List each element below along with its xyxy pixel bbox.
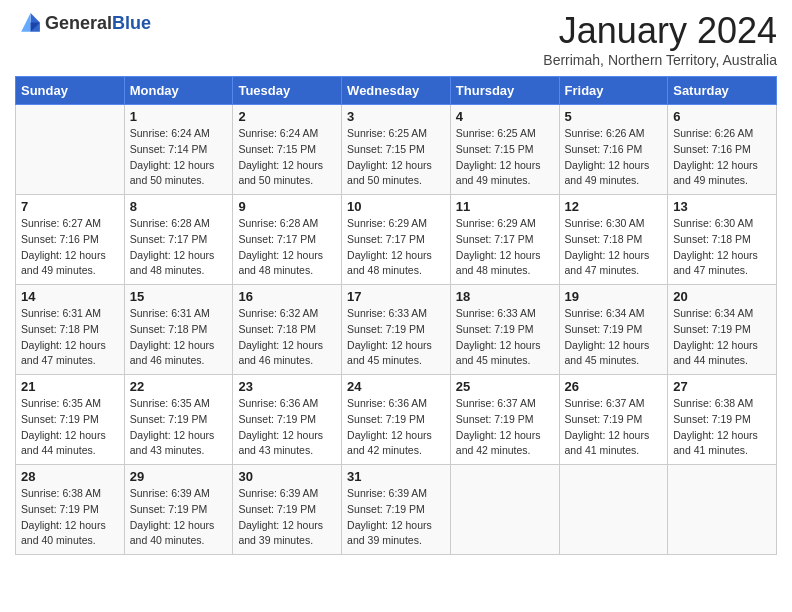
header-cell-tuesday: Tuesday <box>233 77 342 105</box>
day-cell: 3Sunrise: 6:25 AMSunset: 7:15 PMDaylight… <box>342 105 451 195</box>
day-cell: 2Sunrise: 6:24 AMSunset: 7:15 PMDaylight… <box>233 105 342 195</box>
day-number: 27 <box>673 379 771 394</box>
day-cell: 4Sunrise: 6:25 AMSunset: 7:15 PMDaylight… <box>450 105 559 195</box>
day-number: 2 <box>238 109 336 124</box>
day-info: Sunrise: 6:25 AMSunset: 7:15 PMDaylight:… <box>456 126 554 189</box>
day-info: Sunrise: 6:32 AMSunset: 7:18 PMDaylight:… <box>238 306 336 369</box>
day-number: 22 <box>130 379 228 394</box>
month-title: January 2024 <box>543 10 777 52</box>
day-cell: 22Sunrise: 6:35 AMSunset: 7:19 PMDayligh… <box>124 375 233 465</box>
day-cell: 15Sunrise: 6:31 AMSunset: 7:18 PMDayligh… <box>124 285 233 375</box>
day-number: 15 <box>130 289 228 304</box>
day-number: 12 <box>565 199 663 214</box>
day-cell: 10Sunrise: 6:29 AMSunset: 7:17 PMDayligh… <box>342 195 451 285</box>
day-info: Sunrise: 6:35 AMSunset: 7:19 PMDaylight:… <box>21 396 119 459</box>
svg-marker-1 <box>21 13 30 32</box>
day-info: Sunrise: 6:38 AMSunset: 7:19 PMDaylight:… <box>21 486 119 549</box>
day-cell: 6Sunrise: 6:26 AMSunset: 7:16 PMDaylight… <box>668 105 777 195</box>
day-cell: 9Sunrise: 6:28 AMSunset: 7:17 PMDaylight… <box>233 195 342 285</box>
day-number: 7 <box>21 199 119 214</box>
day-number: 24 <box>347 379 445 394</box>
day-info: Sunrise: 6:37 AMSunset: 7:19 PMDaylight:… <box>456 396 554 459</box>
day-number: 10 <box>347 199 445 214</box>
day-number: 30 <box>238 469 336 484</box>
day-cell: 11Sunrise: 6:29 AMSunset: 7:17 PMDayligh… <box>450 195 559 285</box>
week-row-5: 28Sunrise: 6:38 AMSunset: 7:19 PMDayligh… <box>16 465 777 555</box>
calendar-header: SundayMondayTuesdayWednesdayThursdayFrid… <box>16 77 777 105</box>
day-info: Sunrise: 6:30 AMSunset: 7:18 PMDaylight:… <box>673 216 771 279</box>
day-info: Sunrise: 6:24 AMSunset: 7:15 PMDaylight:… <box>238 126 336 189</box>
location-subtitle: Berrimah, Northern Territory, Australia <box>543 52 777 68</box>
day-cell <box>559 465 668 555</box>
day-number: 6 <box>673 109 771 124</box>
day-info: Sunrise: 6:25 AMSunset: 7:15 PMDaylight:… <box>347 126 445 189</box>
day-cell: 19Sunrise: 6:34 AMSunset: 7:19 PMDayligh… <box>559 285 668 375</box>
day-cell: 24Sunrise: 6:36 AMSunset: 7:19 PMDayligh… <box>342 375 451 465</box>
day-info: Sunrise: 6:24 AMSunset: 7:14 PMDaylight:… <box>130 126 228 189</box>
day-cell: 16Sunrise: 6:32 AMSunset: 7:18 PMDayligh… <box>233 285 342 375</box>
day-cell <box>450 465 559 555</box>
day-info: Sunrise: 6:39 AMSunset: 7:19 PMDaylight:… <box>130 486 228 549</box>
calendar-table: SundayMondayTuesdayWednesdayThursdayFrid… <box>15 76 777 555</box>
day-cell: 29Sunrise: 6:39 AMSunset: 7:19 PMDayligh… <box>124 465 233 555</box>
day-info: Sunrise: 6:33 AMSunset: 7:19 PMDaylight:… <box>456 306 554 369</box>
day-number: 31 <box>347 469 445 484</box>
day-info: Sunrise: 6:29 AMSunset: 7:17 PMDaylight:… <box>347 216 445 279</box>
day-cell: 13Sunrise: 6:30 AMSunset: 7:18 PMDayligh… <box>668 195 777 285</box>
day-number: 28 <box>21 469 119 484</box>
day-cell: 26Sunrise: 6:37 AMSunset: 7:19 PMDayligh… <box>559 375 668 465</box>
day-number: 13 <box>673 199 771 214</box>
day-number: 29 <box>130 469 228 484</box>
day-info: Sunrise: 6:33 AMSunset: 7:19 PMDaylight:… <box>347 306 445 369</box>
day-cell: 1Sunrise: 6:24 AMSunset: 7:14 PMDaylight… <box>124 105 233 195</box>
calendar-body: 1Sunrise: 6:24 AMSunset: 7:14 PMDaylight… <box>16 105 777 555</box>
day-number: 4 <box>456 109 554 124</box>
week-row-1: 1Sunrise: 6:24 AMSunset: 7:14 PMDaylight… <box>16 105 777 195</box>
header-cell-friday: Friday <box>559 77 668 105</box>
day-cell: 12Sunrise: 6:30 AMSunset: 7:18 PMDayligh… <box>559 195 668 285</box>
day-info: Sunrise: 6:35 AMSunset: 7:19 PMDaylight:… <box>130 396 228 459</box>
header-cell-monday: Monday <box>124 77 233 105</box>
day-info: Sunrise: 6:26 AMSunset: 7:16 PMDaylight:… <box>565 126 663 189</box>
day-number: 11 <box>456 199 554 214</box>
day-info: Sunrise: 6:28 AMSunset: 7:17 PMDaylight:… <box>130 216 228 279</box>
day-cell: 23Sunrise: 6:36 AMSunset: 7:19 PMDayligh… <box>233 375 342 465</box>
day-info: Sunrise: 6:31 AMSunset: 7:18 PMDaylight:… <box>21 306 119 369</box>
day-cell: 8Sunrise: 6:28 AMSunset: 7:17 PMDaylight… <box>124 195 233 285</box>
day-info: Sunrise: 6:39 AMSunset: 7:19 PMDaylight:… <box>347 486 445 549</box>
day-info: Sunrise: 6:26 AMSunset: 7:16 PMDaylight:… <box>673 126 771 189</box>
day-cell <box>16 105 125 195</box>
day-cell: 28Sunrise: 6:38 AMSunset: 7:19 PMDayligh… <box>16 465 125 555</box>
day-number: 3 <box>347 109 445 124</box>
day-info: Sunrise: 6:34 AMSunset: 7:19 PMDaylight:… <box>673 306 771 369</box>
day-number: 20 <box>673 289 771 304</box>
day-number: 21 <box>21 379 119 394</box>
day-info: Sunrise: 6:30 AMSunset: 7:18 PMDaylight:… <box>565 216 663 279</box>
day-number: 5 <box>565 109 663 124</box>
day-cell: 27Sunrise: 6:38 AMSunset: 7:19 PMDayligh… <box>668 375 777 465</box>
day-cell <box>668 465 777 555</box>
day-number: 23 <box>238 379 336 394</box>
day-cell: 18Sunrise: 6:33 AMSunset: 7:19 PMDayligh… <box>450 285 559 375</box>
header-cell-saturday: Saturday <box>668 77 777 105</box>
day-info: Sunrise: 6:28 AMSunset: 7:17 PMDaylight:… <box>238 216 336 279</box>
day-cell: 20Sunrise: 6:34 AMSunset: 7:19 PMDayligh… <box>668 285 777 375</box>
page-header: GeneralBlue January 2024 Berrimah, North… <box>15 10 777 68</box>
day-info: Sunrise: 6:27 AMSunset: 7:16 PMDaylight:… <box>21 216 119 279</box>
day-number: 25 <box>456 379 554 394</box>
day-cell: 21Sunrise: 6:35 AMSunset: 7:19 PMDayligh… <box>16 375 125 465</box>
day-info: Sunrise: 6:29 AMSunset: 7:17 PMDaylight:… <box>456 216 554 279</box>
day-number: 17 <box>347 289 445 304</box>
day-info: Sunrise: 6:37 AMSunset: 7:19 PMDaylight:… <box>565 396 663 459</box>
logo-general-text: General <box>45 13 112 33</box>
header-cell-thursday: Thursday <box>450 77 559 105</box>
day-cell: 5Sunrise: 6:26 AMSunset: 7:16 PMDaylight… <box>559 105 668 195</box>
week-row-2: 7Sunrise: 6:27 AMSunset: 7:16 PMDaylight… <box>16 195 777 285</box>
day-info: Sunrise: 6:36 AMSunset: 7:19 PMDaylight:… <box>238 396 336 459</box>
day-cell: 30Sunrise: 6:39 AMSunset: 7:19 PMDayligh… <box>233 465 342 555</box>
header-row: SundayMondayTuesdayWednesdayThursdayFrid… <box>16 77 777 105</box>
title-block: January 2024 Berrimah, Northern Territor… <box>543 10 777 68</box>
day-info: Sunrise: 6:36 AMSunset: 7:19 PMDaylight:… <box>347 396 445 459</box>
day-info: Sunrise: 6:38 AMSunset: 7:19 PMDaylight:… <box>673 396 771 459</box>
day-number: 9 <box>238 199 336 214</box>
